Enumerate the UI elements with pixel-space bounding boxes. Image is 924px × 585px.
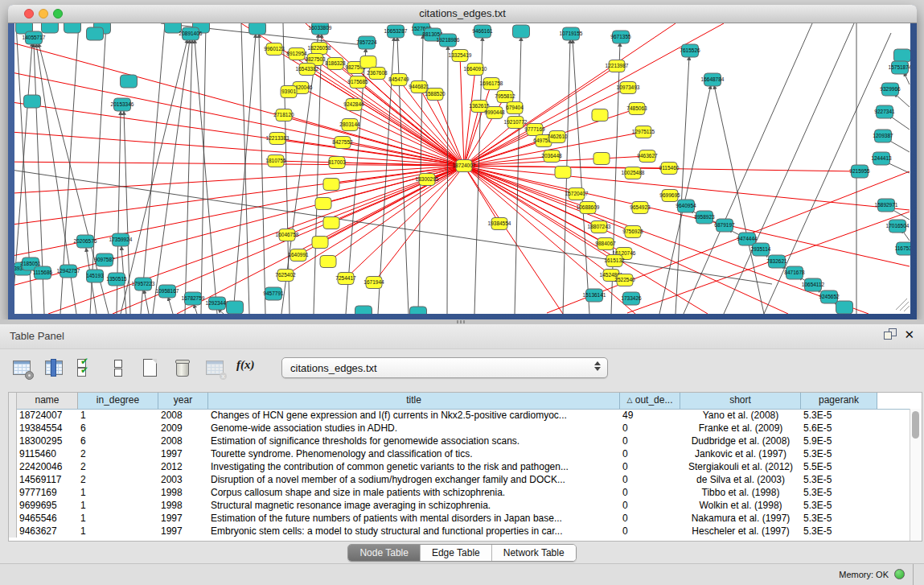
- network-node[interactable]: 17016504: [886, 220, 910, 233]
- network-node[interactable]: 10688609: [577, 202, 600, 214]
- network-node[interactable]: 9884067: [595, 238, 616, 250]
- cell[interactable]: Tourette syndrome. Phenomenology and cla…: [208, 447, 620, 460]
- table-row[interactable]: 1938455462009Genome-wide association stu…: [9, 422, 910, 435]
- vertical-scrollbar[interactable]: [910, 409, 922, 541]
- cell[interactable]: 18300295: [17, 435, 78, 447]
- cell[interactable]: 9777169: [17, 486, 78, 499]
- network-node[interactable]: 1615132: [604, 255, 625, 267]
- cell[interactable]: 0: [620, 486, 680, 499]
- cell[interactable]: 0: [620, 499, 680, 512]
- table-row[interactable]: 1456911722003Disruption of a novel membe…: [9, 473, 910, 486]
- network-node[interactable]: 8427552: [332, 137, 353, 149]
- cell[interactable]: 1: [78, 499, 158, 512]
- cell[interactable]: Jankovic et al. (1997): [680, 447, 801, 460]
- scrollbar-thumb[interactable]: [912, 411, 919, 439]
- cell[interactable]: Yano et al. (2008): [680, 409, 801, 422]
- cell[interactable]: 2: [78, 460, 158, 473]
- cell[interactable]: Tibbo et al. (1998): [680, 486, 801, 499]
- table-body[interactable]: 1872400712008Changes of HCN gene express…: [9, 409, 910, 541]
- network-node[interactable]: [24, 95, 41, 108]
- cell[interactable]: 6: [78, 435, 158, 447]
- cell[interactable]: 9699695: [17, 499, 78, 512]
- network-node[interactable]: 15720407: [565, 188, 589, 200]
- network-node[interactable]: 13325419: [449, 50, 472, 62]
- network-node[interactable]: 9671355: [610, 31, 631, 43]
- cell[interactable]: 0: [620, 447, 680, 460]
- cell[interactable]: 0: [620, 525, 680, 538]
- cell[interactable]: de Silva et al. (2003): [680, 473, 801, 486]
- network-node[interactable]: [513, 25, 530, 38]
- cell[interactable]: 5.3E-5: [801, 525, 877, 538]
- cell[interactable]: Dudbridge et al. (2008): [680, 435, 801, 447]
- cell[interactable]: Stergiakouli et al. (2012): [680, 460, 801, 473]
- cell[interactable]: 5.5E-5: [801, 460, 877, 473]
- network-node[interactable]: 16640910: [464, 64, 487, 76]
- cell[interactable]: 2: [78, 447, 158, 460]
- network-node[interactable]: 7462610: [547, 131, 568, 143]
- network-node[interactable]: 2718120: [273, 109, 294, 122]
- delete-button[interactable]: [172, 357, 193, 378]
- cell[interactable]: 9463627: [17, 525, 78, 538]
- network-node[interactable]: [592, 109, 608, 122]
- cell[interactable]: 9465546: [17, 512, 78, 525]
- network-node[interactable]: 16961758: [480, 78, 503, 90]
- window-titlebar[interactable]: citations_edges.txt: [8, 5, 917, 23]
- network-node[interactable]: [360, 56, 376, 68]
- network-node[interactable]: 9466161: [472, 25, 493, 38]
- network-node[interactable]: 16033809: [309, 23, 332, 35]
- tab-node-table[interactable]: Node Table: [348, 545, 420, 561]
- table-settings-button[interactable]: [11, 357, 32, 378]
- table-row[interactable]: 1872400712008Changes of HCN gene express…: [9, 409, 910, 422]
- function-builder-button[interactable]: f(x): [236, 357, 261, 378]
- network-node[interactable]: 20153346: [111, 98, 134, 111]
- cell[interactable]: 1: [78, 512, 158, 525]
- network-node[interactable]: 9175685: [347, 76, 368, 89]
- cell[interactable]: 2009: [158, 422, 208, 435]
- network-node[interactable]: 20891406: [179, 27, 203, 40]
- network-node[interactable]: 9777169: [524, 124, 545, 136]
- cell[interactable]: 0: [620, 512, 680, 525]
- cell[interactable]: 1997: [158, 525, 208, 538]
- network-node[interactable]: 19384554: [488, 218, 511, 230]
- cell[interactable]: 1997: [158, 512, 208, 525]
- cell[interactable]: 1: [78, 409, 158, 422]
- table-row[interactable]: 911546021997Tourette syndrome. Phenomeno…: [9, 447, 910, 460]
- cell[interactable]: 1: [78, 525, 158, 538]
- network-node[interactable]: 16782759: [182, 292, 205, 305]
- column-header-out_de[interactable]: △ out_de...: [620, 393, 680, 409]
- network-node[interactable]: [323, 179, 339, 191]
- cell[interactable]: 0: [620, 473, 680, 486]
- column-settings-button[interactable]: [43, 357, 64, 378]
- network-node[interactable]: 1733426: [621, 292, 642, 305]
- network-node[interactable]: [249, 23, 266, 35]
- network-node[interactable]: [312, 237, 328, 249]
- column-header-short[interactable]: short: [680, 393, 801, 409]
- column-header-year[interactable]: year: [158, 393, 208, 409]
- cell[interactable]: Structural magnetic resonance image aver…: [208, 499, 620, 512]
- network-node[interactable]: [121, 75, 138, 88]
- cell[interactable]: Hescheler et al. (1997): [680, 525, 801, 538]
- cell[interactable]: 14569117: [17, 473, 78, 486]
- cell[interactable]: Embryonic stem cells: a model to study s…: [208, 525, 620, 538]
- network-node[interactable]: 6879197: [714, 219, 735, 232]
- network-node[interactable]: 19218986: [437, 34, 460, 47]
- table-row[interactable]: 946362711997Embryonic stem cells: a mode…: [9, 525, 910, 538]
- column-header-in_degree[interactable]: in_degree: [78, 393, 158, 409]
- network-node[interactable]: 9097587: [94, 253, 115, 266]
- network-node[interactable]: 16648784: [701, 73, 725, 86]
- network-node[interactable]: 14055717: [23, 31, 46, 44]
- table-row[interactable]: 969969511998Structural magnetic resonanc…: [9, 499, 910, 512]
- column-header-title[interactable]: title: [208, 393, 620, 409]
- network-node[interactable]: 1115686: [33, 266, 53, 279]
- network-node[interactable]: 17359924: [109, 233, 133, 246]
- network-node[interactable]: 7857224: [356, 36, 377, 49]
- cell[interactable]: Disruption of a novel member of a sodium…: [208, 473, 620, 486]
- cell[interactable]: 22420046: [17, 460, 78, 473]
- network-node[interactable]: 1810755: [265, 155, 286, 167]
- network-node[interactable]: [355, 306, 372, 314]
- network-node[interactable]: 9329966: [880, 83, 901, 96]
- table-header-row[interactable]: namein_degreeyeartitle△ out_de...shortpa…: [9, 393, 922, 410]
- table-chooser-dropdown[interactable]: citations_edges.txt: [281, 357, 608, 378]
- cell[interactable]: Investigating the contribution of common…: [208, 460, 620, 473]
- cell[interactable]: Wolkin et al. (1998): [680, 499, 801, 512]
